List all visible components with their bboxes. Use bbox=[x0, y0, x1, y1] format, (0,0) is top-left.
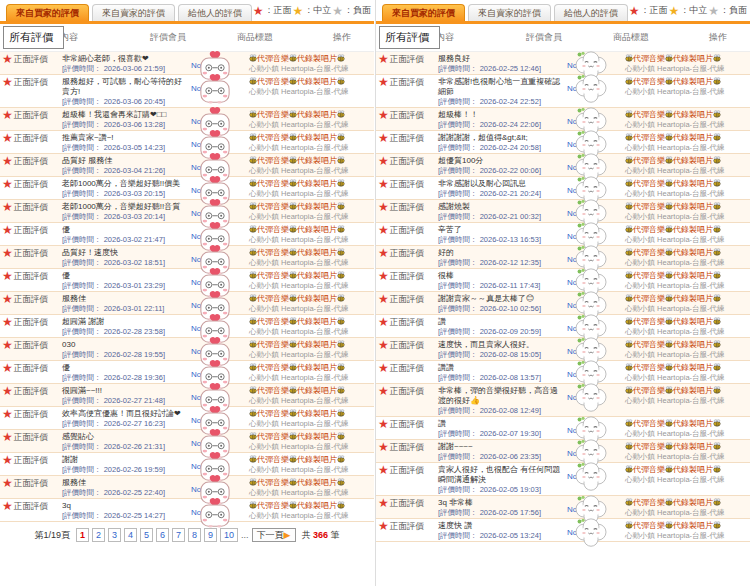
member-link[interactable]: No bbox=[567, 449, 577, 458]
member-link[interactable]: No bbox=[191, 278, 201, 287]
tab-1[interactable]: 來自賣家的評價 bbox=[92, 4, 175, 21]
member-link[interactable]: No bbox=[567, 232, 577, 241]
member-link[interactable]: No bbox=[567, 347, 577, 356]
member-link[interactable]: No bbox=[567, 255, 577, 264]
tab-0[interactable]: 來自買家的評價 bbox=[6, 4, 89, 21]
item-title-link[interactable]: 代彈音樂代錄製唱片 bbox=[625, 386, 736, 396]
member-link[interactable]: No bbox=[567, 426, 577, 435]
member-link[interactable]: No bbox=[567, 301, 577, 310]
member-link[interactable]: No bbox=[191, 347, 201, 356]
member-link[interactable]: No bbox=[191, 117, 201, 126]
member-link[interactable]: No bbox=[567, 324, 577, 333]
item-title-link[interactable]: 代彈音樂代錄製唱片 bbox=[625, 498, 736, 508]
member-link[interactable]: No bbox=[191, 439, 201, 448]
page-link-5[interactable]: 5 bbox=[140, 528, 153, 542]
member-link[interactable]: No bbox=[191, 370, 201, 379]
page-link-3[interactable]: 3 bbox=[108, 528, 121, 542]
item-title-link[interactable]: 代彈音樂代錄製唱片 bbox=[249, 340, 360, 350]
item-title-link[interactable]: 代彈音樂代錄製唱片 bbox=[249, 77, 360, 87]
item-title-link[interactable]: 代彈音樂代錄製唱片 bbox=[249, 432, 360, 442]
item-title-link[interactable]: 代彈音樂代錄製唱片 bbox=[625, 294, 736, 304]
member-link[interactable]: No bbox=[567, 61, 577, 70]
item-title-link[interactable]: 代彈音樂代錄製唱片 bbox=[249, 455, 360, 465]
rating-filter-select[interactable]: 所有評價 bbox=[379, 26, 440, 49]
item-title-link[interactable]: 代彈音樂代錄製唱片 bbox=[625, 225, 736, 235]
tab-0[interactable]: 來自買家的評價 bbox=[382, 4, 465, 21]
item-title-link[interactable]: 代彈音樂代錄製唱片 bbox=[249, 54, 360, 64]
member-link[interactable]: No bbox=[567, 163, 577, 172]
tab-2[interactable]: 給他人的評價 bbox=[554, 4, 628, 21]
item-title-link[interactable]: 代彈音樂代錄製唱片 bbox=[249, 386, 360, 396]
item-title-link[interactable]: 代彈音樂代錄製唱片 bbox=[625, 271, 736, 281]
member-link[interactable]: No bbox=[567, 528, 577, 537]
item-title-link[interactable]: 代彈音樂代錄製唱片 bbox=[249, 317, 360, 327]
item-title-link[interactable]: 代彈音樂代錄製唱片 bbox=[625, 419, 736, 429]
member-link[interactable]: No bbox=[567, 370, 577, 379]
item-title-link[interactable]: 代彈音樂代錄製唱片 bbox=[249, 409, 360, 419]
member-link[interactable]: No bbox=[191, 485, 201, 494]
item-title-link[interactable]: 代彈音樂代錄製唱片 bbox=[625, 202, 736, 212]
member-link[interactable]: No bbox=[191, 508, 201, 517]
member-link[interactable]: No bbox=[191, 163, 201, 172]
member-link[interactable]: No bbox=[191, 61, 201, 70]
tab-2[interactable]: 給他人的評價 bbox=[178, 4, 252, 21]
item-title-link[interactable]: 代彈音樂代錄製唱片 bbox=[249, 179, 360, 189]
item-subtitle: 心動小鎮 Heartopia-台服-代練 bbox=[249, 350, 360, 359]
member-link[interactable]: No bbox=[567, 117, 577, 126]
member-link[interactable]: No bbox=[191, 301, 201, 310]
page-link-7[interactable]: 7 bbox=[172, 528, 185, 542]
item-title-link[interactable]: 代彈音樂代錄製唱片 bbox=[625, 521, 736, 531]
member-link[interactable]: No bbox=[191, 84, 201, 93]
page-link-6[interactable]: 6 bbox=[156, 528, 169, 542]
member-link[interactable]: No bbox=[191, 393, 201, 402]
item-title-link[interactable]: 代彈音樂代錄製唱片 bbox=[625, 54, 736, 64]
item-title-link[interactable]: 代彈音樂代錄製唱片 bbox=[249, 478, 360, 488]
item-title-link[interactable]: 代彈音樂代錄製唱片 bbox=[249, 363, 360, 373]
member-link[interactable]: No bbox=[567, 186, 577, 195]
item-title-link[interactable]: 代彈音樂代錄製唱片 bbox=[249, 202, 360, 212]
member-link[interactable]: No bbox=[191, 462, 201, 471]
page-link-9[interactable]: 9 bbox=[204, 528, 217, 542]
page-link-8[interactable]: 8 bbox=[188, 528, 201, 542]
member-link[interactable]: No bbox=[191, 209, 201, 218]
item-title-link[interactable]: 代彈音樂代錄製唱片 bbox=[625, 317, 736, 327]
item-title-link[interactable]: 代彈音樂代錄製唱片 bbox=[249, 110, 360, 120]
member-link[interactable]: No bbox=[567, 472, 577, 481]
member-link[interactable]: No bbox=[191, 324, 201, 333]
item-title-link[interactable]: 代彈音樂代錄製唱片 bbox=[625, 156, 736, 166]
member-link[interactable]: No bbox=[191, 232, 201, 241]
item-title-link[interactable]: 代彈音樂代錄製唱片 bbox=[625, 442, 736, 452]
page-link-1[interactable]: 1 bbox=[76, 528, 89, 542]
item-title-link[interactable]: 代彈音樂代錄製唱片 bbox=[625, 340, 736, 350]
member-link[interactable]: No bbox=[567, 84, 577, 93]
item-title-link[interactable]: 代彈音樂代錄製唱片 bbox=[249, 271, 360, 281]
member-link[interactable]: No bbox=[191, 255, 201, 264]
page-link-4[interactable]: 4 bbox=[124, 528, 137, 542]
page-link-2[interactable]: 2 bbox=[92, 528, 105, 542]
item-title-link[interactable]: 代彈音樂代錄製唱片 bbox=[249, 501, 360, 511]
item-title-link[interactable]: 代彈音樂代錄製唱片 bbox=[625, 363, 736, 373]
member-link[interactable]: No bbox=[567, 140, 577, 149]
item-title-link[interactable]: 代彈音樂代錄製唱片 bbox=[249, 133, 360, 143]
item-title-link[interactable]: 代彈音樂代錄製唱片 bbox=[249, 294, 360, 304]
rating-filter-select[interactable]: 所有評價 bbox=[3, 26, 64, 49]
member-link[interactable]: No bbox=[567, 505, 577, 514]
item-title-link[interactable]: 代彈音樂代錄製唱片 bbox=[249, 225, 360, 235]
tab-1[interactable]: 來自賣家的評價 bbox=[468, 4, 551, 21]
page-link-10[interactable]: 10 bbox=[220, 528, 238, 542]
item-title-link[interactable]: 代彈音樂代錄製唱片 bbox=[625, 248, 736, 258]
item-title-link[interactable]: 代彈音樂代錄製唱片 bbox=[625, 110, 736, 120]
member-link[interactable]: No bbox=[191, 186, 201, 195]
member-link[interactable]: No bbox=[567, 278, 577, 287]
item-title-link[interactable]: 代彈音樂代錄製唱片 bbox=[625, 133, 736, 143]
item-title-link[interactable]: 代彈音樂代錄製唱片 bbox=[249, 156, 360, 166]
item-title-link[interactable]: 代彈音樂代錄製唱片 bbox=[625, 77, 736, 87]
member-link[interactable]: No bbox=[191, 140, 201, 149]
member-link[interactable]: No bbox=[191, 416, 201, 425]
member-link[interactable]: No bbox=[567, 209, 577, 218]
member-link[interactable]: No bbox=[567, 393, 577, 402]
item-title-link[interactable]: 代彈音樂代錄製唱片 bbox=[625, 465, 736, 475]
item-title-link[interactable]: 代彈音樂代錄製唱片 bbox=[625, 179, 736, 189]
next-page-button[interactable]: 下一頁▶ bbox=[252, 528, 296, 542]
item-title-link[interactable]: 代彈音樂代錄製唱片 bbox=[249, 248, 360, 258]
